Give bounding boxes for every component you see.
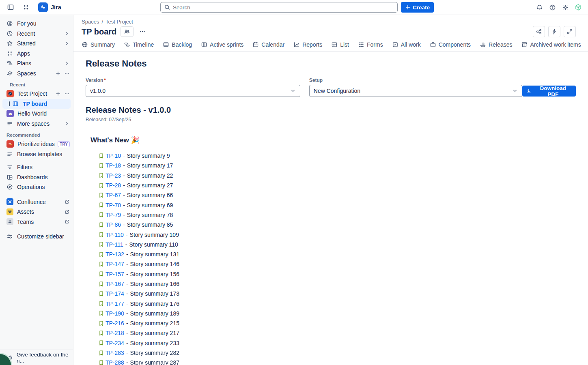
app-switcher-button[interactable] <box>20 2 32 13</box>
sidebar-item-spaces[interactable]: Spaces <box>0 69 73 79</box>
sidebar-item-confluence[interactable]: Confluence <box>0 197 73 207</box>
release-note-item: TP-70 - Story summary 69 <box>86 200 576 210</box>
sidebar-item-starred[interactable]: Starred <box>0 39 73 49</box>
tab-reports[interactable]: Reports <box>293 38 322 52</box>
issue-key-link[interactable]: TP-70 <box>106 202 121 208</box>
issue-key-link[interactable]: TP-147 <box>106 261 124 267</box>
issue-key-link[interactable]: TP-111 <box>106 241 123 248</box>
issue-key-link[interactable]: TP-177 <box>106 301 124 307</box>
issue-key-link[interactable]: TP-67 <box>106 192 121 198</box>
app-home-link[interactable]: Jira <box>38 2 61 12</box>
version-select[interactable]: v1.0.0 <box>86 85 300 97</box>
apps-grid-icon <box>6 50 13 57</box>
try-badge: TRY <box>58 141 70 147</box>
share-icon <box>536 28 542 35</box>
spaces-more-button[interactable] <box>64 71 70 76</box>
search-input[interactable] <box>160 2 398 13</box>
external-link-icon <box>65 199 70 204</box>
release-notes-title: Release Notes - v1.0.0 <box>86 105 576 115</box>
fullscreen-button[interactable] <box>564 26 576 37</box>
settings-button[interactable] <box>560 2 571 13</box>
profile-button[interactable] <box>573 2 584 13</box>
board-indicator-bar <box>9 101 10 106</box>
issue-key-link[interactable]: TP-218 <box>106 330 124 336</box>
release-notes-list: TP-10 - Story summary 9 TP-18 - Story su… <box>86 151 576 365</box>
test-project-avatar <box>6 90 14 97</box>
release-note-item: TP-28 - Story summary 27 <box>86 180 576 190</box>
automation-button[interactable] <box>548 26 560 37</box>
issue-key-link[interactable]: TP-18 <box>106 162 121 169</box>
issue-key-link[interactable]: TP-288 <box>106 359 124 365</box>
tab-backlog[interactable]: Backlog <box>163 38 192 52</box>
issue-key-link[interactable]: TP-110 <box>106 232 124 238</box>
tab-components[interactable]: Components <box>430 38 471 52</box>
tab-all-work[interactable]: All work <box>392 38 421 52</box>
share-button[interactable] <box>533 26 545 37</box>
issue-key-link[interactable]: TP-157 <box>106 271 124 277</box>
tab-summary[interactable]: Summary <box>82 38 115 52</box>
issue-summary: Story summary 166 <box>130 281 179 287</box>
issue-key-link[interactable]: TP-216 <box>106 320 124 326</box>
sidebar-item-filters[interactable]: Filters <box>0 162 73 172</box>
sidebar-item-recent[interactable]: Recent <box>0 29 73 39</box>
tab-releases[interactable]: Releases <box>480 38 512 52</box>
story-bookmark-icon <box>98 350 104 356</box>
main-content: Spaces / Test Project TP board <box>73 15 588 365</box>
timeline-icon <box>124 41 130 48</box>
tab-timeline[interactable]: Timeline <box>124 38 154 52</box>
tab-active-sprints[interactable]: Active sprints <box>201 38 243 52</box>
add-board-button[interactable] <box>55 91 61 97</box>
recommended-section-label: Recommended <box>0 129 73 139</box>
sidebar-item-browse-templates[interactable]: Browse templates <box>0 149 73 159</box>
sidebar-toggle-button[interactable] <box>5 2 16 13</box>
item-separator: - <box>126 359 128 365</box>
setup-select[interactable]: New Configuration <box>309 85 522 97</box>
download-pdf-button[interactable]: Download PDF <box>522 86 576 97</box>
breadcrumb-spaces[interactable]: Spaces <box>82 19 99 25</box>
sidebar-item-customize[interactable]: Customize sidebar <box>0 232 73 242</box>
sidebar-item-hello-world[interactable]: Hello World <box>0 109 73 119</box>
issue-key-link[interactable]: TP-28 <box>106 182 121 189</box>
issue-key-link[interactable]: TP-86 <box>106 221 121 228</box>
tab-archived-work-items[interactable]: Archived work items <box>521 38 581 52</box>
board-icon <box>12 101 19 107</box>
create-button[interactable]: Create <box>401 2 434 13</box>
sidebar-item-for-you[interactable]: For you <box>0 19 73 29</box>
sidebar-item-more-spaces[interactable]: More spaces <box>0 119 73 129</box>
issue-summary: Story summary 131 <box>130 251 179 258</box>
sidebar-item-operations[interactable]: Operations <box>0 182 73 192</box>
issue-key-link[interactable]: TP-132 <box>106 251 124 258</box>
board-more-button[interactable] <box>137 26 148 37</box>
issue-key-link[interactable]: TP-283 <box>106 350 124 356</box>
notifications-button[interactable] <box>534 2 545 13</box>
item-separator: - <box>126 232 128 238</box>
lines-icon <box>6 151 13 157</box>
issue-key-link[interactable]: TP-79 <box>106 212 121 218</box>
issue-key-link[interactable]: TP-10 <box>106 152 121 159</box>
tab-forms[interactable]: Forms <box>358 38 383 52</box>
issue-key-link[interactable]: TP-23 <box>106 172 121 179</box>
project-more-button[interactable] <box>64 91 70 97</box>
sidebar-item-apps[interactable]: Apps <box>0 49 73 59</box>
sidebar-item-plans[interactable]: Plans <box>0 58 73 69</box>
tab-calendar[interactable]: Calendar <box>252 38 284 52</box>
sidebar-item-tp-board[interactable]: TP board <box>2 99 71 109</box>
sidebar-item-teams[interactable]: Teams <box>0 217 73 227</box>
sidebar-item-dashboards[interactable]: Dashboards <box>0 172 73 182</box>
issue-key-link[interactable]: TP-234 <box>106 340 124 346</box>
sidebar-item-test-project[interactable]: Test Project <box>0 89 73 99</box>
breadcrumb-project[interactable]: Test Project <box>106 19 133 25</box>
tab-list[interactable]: List <box>331 38 349 52</box>
sidebar-item-assets[interactable]: Assets <box>0 207 73 217</box>
issue-key-link[interactable]: TP-167 <box>106 281 124 287</box>
help-button[interactable] <box>547 2 558 13</box>
release-note-item: TP-147 - Story summary 146 <box>86 259 576 269</box>
released-date: Released: 07/Sep/25 <box>86 117 576 122</box>
issue-key-link[interactable]: TP-174 <box>106 290 124 297</box>
add-space-button[interactable] <box>55 71 61 76</box>
sidebar-item-prioritize-ideas[interactable]: Prioritize ideas TRY <box>0 139 73 149</box>
board-members-button[interactable] <box>121 26 134 37</box>
columns-icon <box>201 41 207 48</box>
release-note-item: TP-157 - Story summary 156 <box>86 269 576 279</box>
issue-key-link[interactable]: TP-190 <box>106 310 124 317</box>
